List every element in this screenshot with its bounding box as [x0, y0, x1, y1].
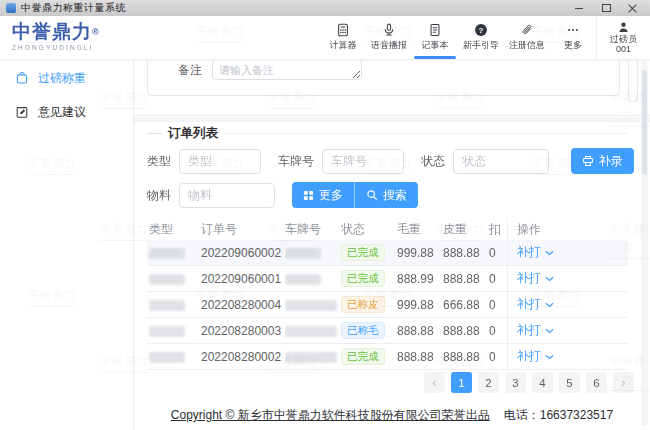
- nav-item-paperclip[interactable]: 注册信息: [504, 16, 550, 59]
- tare-weight-cell: 888.88: [443, 324, 489, 338]
- user-id: 001: [616, 44, 631, 54]
- more-button[interactable]: 更多: [292, 182, 355, 208]
- type-filter: 类型: [147, 149, 261, 174]
- redacted-text: [285, 300, 337, 311]
- user-info[interactable]: 过磅员 001: [596, 16, 650, 59]
- type-cell-redacted: [147, 272, 201, 286]
- header-plate: 车牌号: [285, 221, 341, 238]
- nav-item-microphone[interactable]: 语音播报: [366, 16, 412, 59]
- sidebar-item-scale[interactable]: 过磅称重: [0, 65, 133, 91]
- reprint-link[interactable]: 补打: [517, 322, 541, 339]
- status-cell: 已完成: [341, 270, 397, 287]
- chevron-down-icon: [545, 250, 554, 256]
- redacted-text: [149, 274, 185, 285]
- redacted-text: [149, 326, 185, 337]
- nav-item-question-circle[interactable]: ?新手引导: [458, 16, 504, 59]
- pagination-prev[interactable]: ‹: [424, 372, 445, 393]
- header-type: 类型: [147, 221, 201, 238]
- close-icon[interactable]: [628, 3, 638, 13]
- redacted-text: [285, 274, 321, 285]
- top-nav: 计算器语音播报记事本?新手引导注册信息更多: [320, 16, 596, 59]
- redacted-text: [149, 300, 185, 311]
- filter-actions: 更多 搜索: [292, 182, 418, 208]
- user-icon: [617, 21, 630, 34]
- window-controls: [574, 3, 646, 13]
- section-title: 订单列表: [168, 125, 225, 142]
- edit-icon: [15, 105, 29, 119]
- redacted-text: [285, 326, 337, 337]
- header-tare: 皮重: [443, 221, 489, 238]
- status-filter-input[interactable]: [453, 149, 549, 174]
- nav-item-ellipsis[interactable]: 更多: [550, 16, 596, 59]
- material-filter-input[interactable]: [179, 183, 275, 208]
- table-row[interactable]: 202208280003已称毛888.88888.880补打: [147, 318, 628, 344]
- material-filter: 物料: [147, 183, 275, 208]
- redacted-text: [149, 248, 185, 259]
- status-filter: 状态: [421, 149, 549, 174]
- deduct-cell: 0: [489, 272, 507, 286]
- gross-weight-cell: 888.99: [397, 272, 443, 286]
- plate-cell-redacted: [285, 350, 341, 364]
- chevron-down-icon: [545, 354, 554, 360]
- status-cell: 已称皮: [341, 296, 397, 313]
- section-title-divider: 订单列表: [147, 126, 628, 140]
- status-badge: 已完成: [341, 348, 385, 365]
- type-cell-redacted: [147, 246, 201, 260]
- tare-weight-cell: 888.88: [443, 246, 489, 260]
- pagination-page-1[interactable]: 1: [451, 372, 472, 393]
- order-no-cell: 202208280003: [201, 324, 285, 338]
- maximize-icon[interactable]: [601, 3, 611, 13]
- plate-filter: 车牌号: [278, 149, 404, 174]
- nav-item-calculator[interactable]: 计算器: [320, 16, 366, 59]
- plate-cell-redacted: [285, 272, 341, 286]
- window-titlebar: 中誉鼎力称重计量系统: [0, 0, 650, 16]
- pagination-next[interactable]: ›: [613, 372, 634, 393]
- brand-name: 中誉鼎力®: [12, 21, 134, 43]
- grid-icon: [303, 190, 314, 201]
- pagination-page-6[interactable]: 6: [586, 372, 607, 393]
- remark-panel: 备注: [147, 60, 620, 96]
- svg-text:?: ?: [479, 26, 484, 35]
- gross-weight-cell: 888.88: [397, 350, 443, 364]
- pagination-page-2[interactable]: 2: [478, 372, 499, 393]
- type-cell-redacted: [147, 324, 201, 338]
- supplement-record-button[interactable]: 补录: [571, 148, 634, 174]
- status-badge: 已完成: [341, 270, 385, 287]
- scrollbar-thumb[interactable]: [642, 70, 647, 175]
- plate-cell-redacted: [285, 298, 341, 312]
- sidebar-item-edit[interactable]: 意见建议: [0, 99, 133, 125]
- reprint-link[interactable]: 补打: [517, 296, 541, 313]
- vertical-scrollbar[interactable]: [641, 62, 648, 426]
- table-row[interactable]: 202209060001已完成888.99888.880补打: [147, 266, 628, 292]
- pagination-page-4[interactable]: 4: [532, 372, 553, 393]
- header-order: 订单号: [201, 221, 285, 238]
- copyright-link[interactable]: Copyright © 新乡市中誉鼎力软件科技股份有限公司荣誉出品: [171, 408, 490, 422]
- table-row[interactable]: 202208280004已称皮999.88666.880补打: [147, 292, 628, 318]
- reprint-link[interactable]: 补打: [517, 244, 541, 261]
- reprint-link[interactable]: 补打: [517, 348, 541, 365]
- action-cell: 补打: [507, 266, 628, 291]
- app-header: 中誉鼎力® ZHONGYUDINGLI 计算器语音播报记事本?新手引导注册信息更…: [0, 16, 650, 60]
- tare-weight-cell: 888.88: [443, 350, 489, 364]
- header-action: 操作: [507, 218, 628, 240]
- redacted-text: [149, 352, 185, 363]
- action-cell: 补打: [507, 318, 628, 343]
- table-row[interactable]: 202209060002已完成999.88888.880补打: [147, 240, 628, 266]
- pagination-page-3[interactable]: 3: [505, 372, 526, 393]
- chevron-down-icon: [545, 328, 554, 334]
- search-icon: [366, 189, 378, 201]
- redacted-text: [285, 352, 337, 363]
- table-row[interactable]: 202208280002已完成888.88888.880补打: [147, 344, 628, 370]
- reprint-link[interactable]: 补打: [517, 270, 541, 287]
- chevron-down-icon: [545, 276, 554, 282]
- minimize-icon[interactable]: [574, 3, 584, 13]
- nav-item-notepad[interactable]: 记事本: [412, 16, 458, 59]
- remark-input[interactable]: [212, 60, 362, 80]
- order-no-cell: 202209060001: [201, 272, 285, 286]
- search-button[interactable]: 搜索: [355, 182, 418, 208]
- pagination-page-5[interactable]: 5: [559, 372, 580, 393]
- plate-filter-input[interactable]: [322, 149, 404, 174]
- deduct-cell: 0: [489, 324, 507, 338]
- type-filter-input[interactable]: [179, 149, 261, 174]
- type-cell-redacted: [147, 298, 201, 312]
